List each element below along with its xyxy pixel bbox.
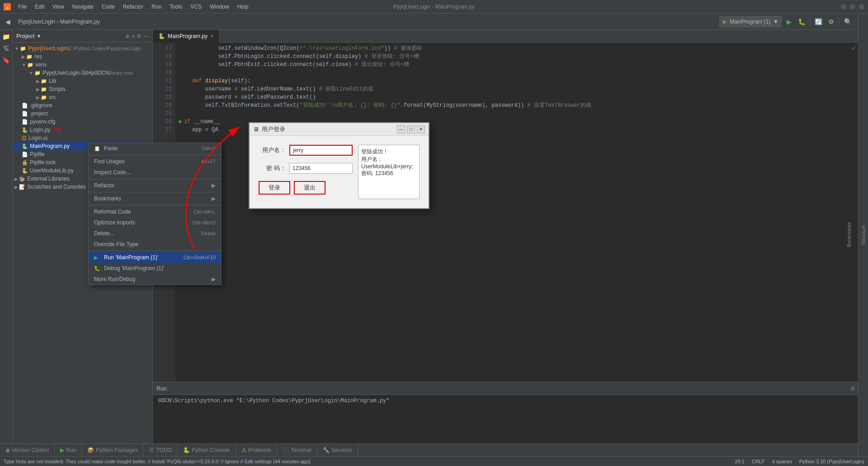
menu-help[interactable]: Help (234, 3, 252, 11)
tree-venv[interactable]: ▼ 📁 venv (13, 61, 152, 69)
username-input[interactable] (289, 145, 353, 156)
ctx-refactor[interactable]: Refactor ▶ (89, 180, 221, 191)
menu-run[interactable]: Run (148, 3, 165, 11)
menu-vcs[interactable]: VCS (187, 3, 205, 11)
window-title: PyprjUserLogin - MainProgram.py (393, 4, 475, 10)
tree-login-py[interactable]: 🐍 Login.py 右键 (13, 126, 152, 134)
structure-icon[interactable]: 🏗 (1, 43, 11, 53)
project-icon[interactable]: 📁 (1, 32, 11, 42)
ctx-find-usages[interactable]: Find Usages Alt+F7 (89, 156, 221, 167)
tree-pyvenv[interactable]: 📄 pyvenv.cfg (13, 118, 152, 126)
tab-version-control[interactable]: ◉ Version Control (0, 444, 55, 456)
ctx-debug[interactable]: 🐛 Debug 'MainProgram (1)' (89, 263, 221, 274)
run-item-icon: ▶ (94, 255, 101, 261)
scope-icon[interactable]: ⊕ (125, 33, 130, 39)
python-version: Python 3.10 (PyprjUserLogin) (799, 459, 864, 464)
ctx-delete[interactable]: Delete... Delete (89, 228, 221, 239)
statusbar-right: 25:1 CRLF 4 spaces Python 3.10 (PyprjUse… (735, 459, 864, 464)
tab-close-icon[interactable]: ✕ (210, 33, 214, 38)
menu-tools[interactable]: Tools (166, 3, 186, 11)
toolbar-separator-2 (839, 17, 840, 26)
tree-project[interactable]: 📄 .project (13, 109, 152, 118)
ctx-bookmarks[interactable]: Bookmarks ▶ (89, 193, 221, 204)
menu-file[interactable]: File (14, 3, 30, 11)
menu-code[interactable]: Code (98, 3, 118, 11)
exit-button[interactable]: 退出 (294, 181, 326, 195)
run-config-icon: ▶ (723, 19, 727, 25)
maximize-button[interactable] (850, 4, 855, 10)
dialog-close[interactable]: ✕ (417, 125, 425, 133)
run-icon: ▶ (60, 447, 64, 453)
debug-button[interactable]: 🐛 (796, 16, 807, 28)
app-logo: 🔥 (4, 3, 11, 10)
notification-sidebar: Notifications Structure Bookmarks (858, 14, 868, 456)
refresh-button[interactable]: 🔄 (812, 16, 824, 28)
ctx-reformat[interactable]: Reformat Code Ctrl+Alt+L (89, 206, 221, 217)
tab-problems[interactable]: ⚠ Problems (236, 444, 277, 456)
menu-view[interactable]: View (49, 3, 68, 11)
ctx-more-run[interactable]: More Run/Debug ▶ (89, 274, 221, 285)
code-line-23: password = self.LedPassword.text() (179, 93, 857, 101)
paste-icon: 📋 (94, 146, 101, 152)
bookmarks-label[interactable]: Bookmarks (846, 220, 852, 249)
tab-todo[interactable]: ☰ TODO (144, 444, 177, 456)
tab-python-packages[interactable]: 📦 Python Packages (82, 444, 144, 456)
back-button[interactable]: ◀ (2, 16, 14, 28)
run-config-selector[interactable]: ▶ MainProgram (1) ▼ (719, 16, 782, 28)
ctx-optimize-imports[interactable]: Optimize Imports Ctrl+Alt+O (89, 217, 221, 228)
packages-icon: 📦 (87, 447, 94, 453)
password-input[interactable] (289, 163, 353, 174)
bookmarks-icon[interactable]: 🔖 (1, 55, 11, 65)
status-bar: Type hints are not installed. They could… (0, 456, 868, 466)
login-button[interactable]: 登录 (259, 181, 290, 195)
tree-venv-lib[interactable]: ▼ 📁 PyprjUserLogin-3dHp0DCN library root (13, 69, 152, 77)
tree-gitignore[interactable]: 📄 .gitignore (13, 101, 152, 109)
tree-scripts[interactable]: ▶ 📁 Scripts (13, 85, 152, 93)
code-editor[interactable]: 17 18 19 20 21 22 23 24 25 26 27 self.se… (153, 43, 868, 382)
tab-terminal[interactable]: ⬛ Terminal (277, 444, 317, 456)
settings-icon[interactable]: ⚙ (825, 16, 837, 28)
tree-res[interactable]: ▶ 📁 res (13, 52, 152, 61)
ctx-override-type[interactable]: Override File Type (89, 239, 221, 250)
tree-src[interactable]: ▶ 📁 src (13, 93, 152, 101)
run-title: Run: (156, 385, 168, 392)
tab-mainprogram[interactable]: 🐍 MainProgram.py ✕ (153, 30, 220, 43)
titlebar-left: 🔥 FileEditViewNavigateCodeRefactorRunToo… (4, 3, 252, 11)
gear-icon[interactable]: ⚙ (137, 33, 142, 39)
dialog-maximize[interactable]: □ (407, 125, 415, 133)
statusbar-hint: Type hints are not installed. They could… (4, 459, 310, 464)
menu-window[interactable]: Window (206, 3, 233, 11)
statusbar-left: Type hints are not installed. They could… (4, 459, 310, 464)
tab-run[interactable]: ▶ Run (55, 444, 82, 456)
tab-services[interactable]: 🔧 Services (317, 444, 358, 456)
menu-navigate[interactable]: Navigate (69, 3, 97, 11)
tree-login-ui[interactable]: 🖼 Login.ui (13, 134, 152, 142)
code-line-21: def display(self): (179, 77, 857, 85)
problems-icon: ⚠ (241, 447, 246, 453)
tree-root[interactable]: ▼ 📁 PyprjUserLogin E:\Python Codes\Pyprj… (13, 44, 152, 52)
tree-lib[interactable]: ▶ 📁 Lib (13, 77, 152, 85)
tab-python-console[interactable]: 🐍 Python Console (178, 444, 236, 456)
settings-icon[interactable]: ≡ (132, 33, 135, 39)
context-menu: 📋 Paste Ctrl+V Find Usages Alt+F7 Inspec… (88, 143, 222, 285)
minimize-panel-icon[interactable]: — (143, 33, 149, 39)
run-button[interactable]: ▶ (783, 16, 795, 28)
dialog-body: 用户名： 密 码： 登录 退出 登陆成功！ 用户名：UserModuleLib+… (250, 136, 429, 208)
ctx-paste[interactable]: 📋 Paste Ctrl+V (89, 143, 221, 154)
dialog-minimize[interactable]: — (397, 125, 405, 133)
terminal-icon: ⬛ (282, 447, 289, 453)
minimize-button[interactable] (841, 4, 846, 10)
project-header: Project ▼ ⊕ ≡ ⚙ — (13, 30, 152, 43)
menu-edit[interactable]: Edit (31, 3, 48, 11)
ctx-inspect[interactable]: Inspect Code... (89, 167, 221, 178)
structure-label[interactable]: Structure (861, 223, 866, 247)
code-content[interactable]: self.setWindowIcon(QIcon(r".\res\userLog… (175, 43, 861, 382)
run-settings-icon[interactable]: ⚙ (850, 385, 855, 392)
ctx-separator-4 (89, 205, 221, 205)
search-button[interactable]: 🔍 (842, 16, 854, 28)
menu-refactor[interactable]: Refactor (119, 3, 147, 11)
close-button[interactable] (859, 4, 864, 10)
left-sidebar-icons: 📁 🏗 🔖 (0, 30, 13, 466)
menu-bar: FileEditViewNavigateCodeRefactorRunTools… (14, 3, 252, 11)
ctx-run[interactable]: ▶ Run 'MainProgram (1)' Ctrl+Shift+F10 (89, 252, 221, 263)
